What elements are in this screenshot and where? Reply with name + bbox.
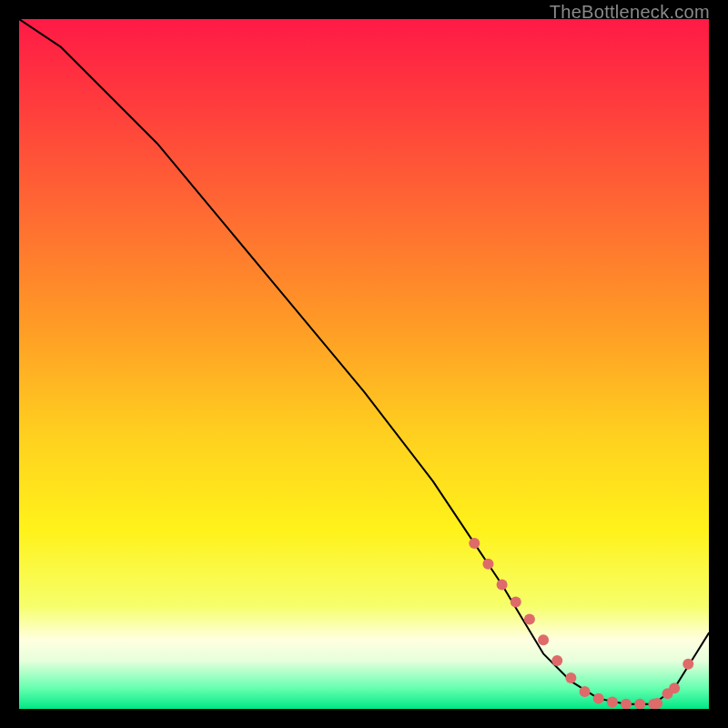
gradient-background — [19, 19, 709, 709]
plot-area — [19, 19, 709, 709]
data-point — [682, 659, 693, 670]
data-point — [551, 655, 562, 666]
data-point — [497, 580, 508, 591]
data-point — [652, 698, 662, 709]
watermark-text: TheBottleneck.com — [550, 2, 710, 23]
data-point — [482, 559, 493, 570]
plot-svg — [19, 19, 709, 709]
data-point — [469, 538, 480, 549]
data-point — [669, 682, 680, 693]
data-point — [524, 613, 535, 624]
data-point — [580, 686, 591, 697]
data-point — [538, 634, 549, 645]
data-point — [607, 696, 618, 707]
chart-stage: TheBottleneck.com — [0, 0, 728, 728]
data-point — [565, 672, 576, 683]
data-point — [511, 597, 521, 608]
data-point — [593, 693, 604, 704]
